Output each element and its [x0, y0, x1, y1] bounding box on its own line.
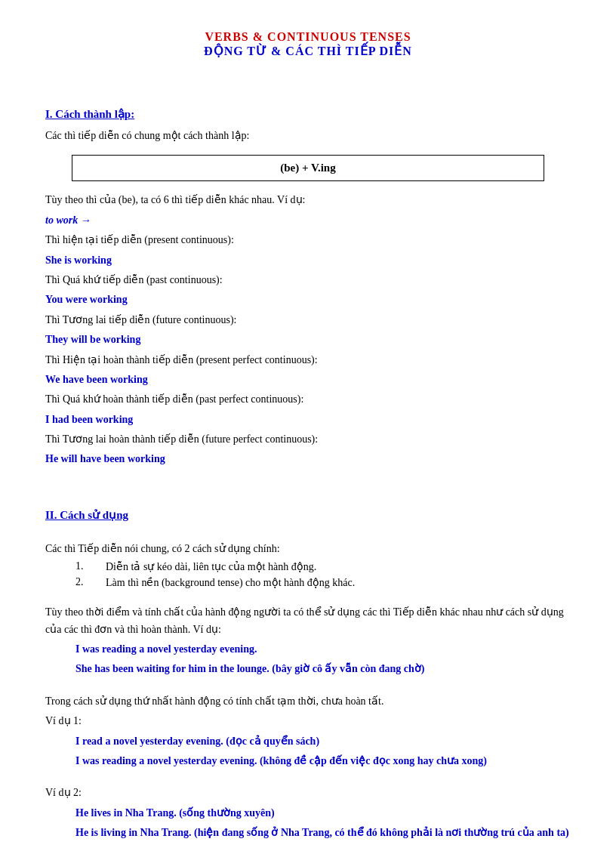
tense-label-2: Thì Quá khứ tiếp diễn (past continuous):	[45, 272, 571, 288]
tense-example-1: She is working	[45, 252, 571, 269]
tense-example-6: He will have been working	[45, 451, 571, 467]
to-work: to work →	[45, 212, 571, 229]
section1-heading: I. Cách thành lập:	[45, 105, 571, 123]
vidu2a: He lives in Nha Trang. (sống thường xuyê…	[75, 805, 571, 822]
tense-label-3: Thì Tương lai tiếp diễn (future continuo…	[45, 312, 571, 328]
tense-label-4: Thì Hiện tại hoàn thành tiếp diễn (prese…	[45, 352, 571, 368]
tense-example-4: We have been working	[45, 372, 571, 388]
header-title-english: VERBS & CONTINUOUS TENSES	[45, 30, 571, 44]
tense-example-3: They will be working	[45, 331, 571, 348]
formula-text: (be) + V.ing	[280, 162, 335, 174]
section-2: II. Cách sử dụng Các thì Tiếp diễn nói c…	[45, 506, 571, 848]
use-item-2: 2. Làm thì nền (background tense) cho mộ…	[75, 576, 571, 589]
use-text-1: Diễn tả sự kéo dài, liên tục của một hàn…	[106, 560, 316, 573]
page-header: VERBS & CONTINUOUS TENSES ĐỘNG TỪ & CÁC …	[45, 30, 571, 58]
ex1a: I was reading a novel yesterday evening.	[75, 641, 571, 658]
tense-example-5: I had been working	[45, 412, 571, 428]
use-text-2: Làm thì nền (background tense) cho một h…	[106, 576, 355, 589]
section1-intro: Các thì tiếp diễn có chung một cách thàn…	[45, 128, 571, 144]
tense-label-6: Thì Tương lai hoàn thành tiếp diễn (futu…	[45, 431, 571, 448]
use-item-1: 1. Diễn tả sự kéo dài, liên tục của một …	[75, 560, 571, 573]
vidu1a: I read a novel yesterday evening. (đọc c…	[75, 733, 571, 750]
tense-label-5: Thì Quá khứ hoàn thành tiếp diễn (past p…	[45, 391, 571, 408]
section-1: I. Cách thành lập: Các thì tiếp diễn có …	[45, 105, 571, 468]
vidu1-label: Ví dụ 1:	[45, 713, 571, 729]
section2-para1: Tùy theo thời điểm và tính chất của hành…	[45, 604, 571, 638]
vidu2b: He is living in Nha Trang. (hiện đang số…	[75, 825, 571, 841]
tense-label-1: Thì hiện tại tiếp diễn (present continuo…	[45, 232, 571, 248]
section2-para2: Trong cách sử dụng thứ nhất hành động có…	[45, 693, 571, 710]
section1-desc: Tùy theo thì của (be), ta có 6 thì tiếp …	[45, 192, 571, 208]
header-title-vietnamese: ĐỘNG TỪ & CÁC THÌ TIẾP DIỄN	[45, 44, 571, 58]
section2-intro: Các thì Tiếp diễn nói chung, có 2 cách s…	[45, 541, 571, 557]
formula-box: (be) + V.ing	[72, 155, 544, 181]
ex1b: She has been waiting for him in the loun…	[75, 661, 571, 677]
list-num-1: 1.	[75, 560, 91, 573]
section2-heading: II. Cách sử dụng	[45, 506, 571, 524]
vidu2-label: Ví dụ 2:	[45, 785, 571, 801]
vidu1b: I was reading a novel yesterday evening.…	[75, 753, 571, 769]
list-num-2: 2.	[75, 576, 91, 589]
tense-example-2: You were working	[45, 291, 571, 308]
